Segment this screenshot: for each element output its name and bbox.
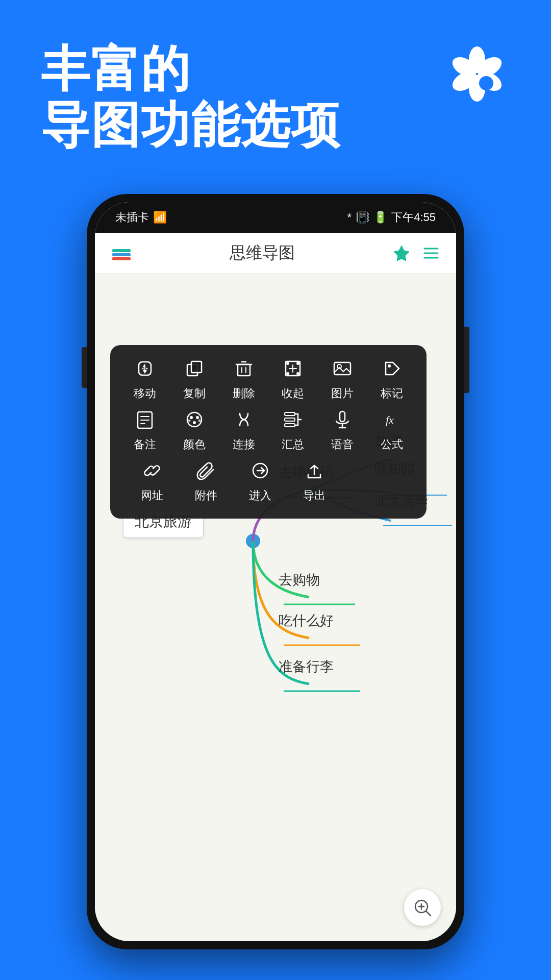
status-left: 未插卡 📶 bbox=[115, 210, 167, 225]
menu-item-collapse[interactable]: 收起 bbox=[270, 355, 315, 401]
time-text: 下午4:55 bbox=[391, 210, 436, 225]
summary-icon bbox=[280, 406, 306, 433]
hero-section: 丰富的 导图功能选项 bbox=[0, 0, 551, 225]
menu-item-tag[interactable]: 标记 bbox=[369, 355, 414, 401]
menu-row-2: 备注 bbox=[120, 406, 416, 452]
pin-icon[interactable] bbox=[392, 243, 411, 263]
export-label: 导出 bbox=[303, 488, 325, 503]
menu-item-move[interactable]: 移动 bbox=[122, 355, 167, 401]
node-luggage[interactable]: 准备行李 bbox=[279, 657, 334, 676]
node-food[interactable]: 吃什么好 bbox=[279, 611, 334, 630]
voice-label: 语音 bbox=[331, 437, 354, 452]
flower-logo bbox=[444, 41, 510, 107]
voice-icon bbox=[329, 406, 356, 433]
menu-item-voice[interactable]: 语音 bbox=[320, 406, 365, 452]
app-header: 思维导图 bbox=[95, 233, 456, 274]
svg-point-47 bbox=[193, 421, 196, 424]
menu-row-1: 移动 复制 bbox=[120, 355, 416, 401]
delete-icon bbox=[231, 355, 257, 382]
svg-point-36 bbox=[296, 372, 299, 375]
tag-icon bbox=[379, 355, 405, 382]
menu-item-attachment[interactable]: 附件 bbox=[184, 457, 229, 503]
svg-point-21 bbox=[142, 368, 144, 370]
phone-outer: 未插卡 📶 * 📳 🔋 下午4:55 思维导图 bbox=[87, 194, 464, 949]
svg-rect-9 bbox=[112, 257, 131, 260]
url-icon bbox=[139, 457, 165, 484]
svg-text:fx: fx bbox=[386, 413, 394, 426]
connect-icon bbox=[231, 406, 257, 433]
svg-point-22 bbox=[146, 368, 148, 370]
menu-item-copy[interactable]: 复制 bbox=[172, 355, 217, 401]
menu-item-color[interactable]: 颜色 bbox=[172, 406, 217, 452]
summary-label: 汇总 bbox=[282, 437, 304, 452]
connect-label: 连接 bbox=[233, 437, 255, 452]
collapse-icon bbox=[280, 355, 306, 382]
svg-point-46 bbox=[196, 416, 199, 419]
export-icon bbox=[301, 457, 328, 484]
menu-item-note[interactable]: 备注 bbox=[122, 406, 167, 452]
attachment-icon bbox=[193, 457, 219, 484]
note-label: 备注 bbox=[134, 437, 156, 452]
menu-row-3: 网址 附件 bbox=[120, 457, 416, 503]
node-luggage-text: 准备行李 bbox=[279, 659, 334, 674]
node-shopping-text: 去购物 bbox=[279, 572, 320, 587]
formula-label: 公式 bbox=[381, 437, 403, 452]
menu-item-export[interactable]: 导出 bbox=[292, 457, 337, 503]
tag-label: 标记 bbox=[381, 386, 403, 401]
context-menu: 移动 复制 bbox=[110, 345, 427, 519]
move-icon bbox=[132, 355, 158, 382]
battery-icon: 🔋 bbox=[373, 211, 387, 224]
formula-icon: fx bbox=[379, 406, 405, 433]
wifi-icon: 📶 bbox=[153, 211, 167, 224]
svg-point-45 bbox=[190, 416, 193, 419]
carrier-text: 未插卡 bbox=[115, 210, 149, 225]
svg-rect-24 bbox=[191, 361, 202, 373]
svg-point-34 bbox=[296, 362, 299, 365]
menu-item-formula[interactable]: fx 公式 bbox=[369, 406, 414, 452]
layers-icon[interactable] bbox=[110, 242, 133, 264]
svg-point-6 bbox=[479, 76, 493, 90]
image-icon bbox=[329, 355, 356, 382]
phone-inner: 未插卡 📶 * 📳 🔋 下午4:55 思维导图 bbox=[95, 202, 456, 941]
headline-line2: 导图功能选项 bbox=[41, 97, 341, 152]
url-label: 网址 bbox=[141, 488, 163, 503]
menu-item-image[interactable]: 图片 bbox=[320, 355, 365, 401]
status-bar: 未插卡 📶 * 📳 🔋 下午4:55 bbox=[95, 202, 456, 233]
svg-rect-52 bbox=[285, 424, 295, 427]
svg-point-39 bbox=[388, 364, 391, 368]
color-label: 颜色 bbox=[183, 437, 206, 452]
svg-rect-8 bbox=[112, 253, 131, 256]
svg-point-49 bbox=[198, 420, 201, 422]
color-icon bbox=[181, 406, 208, 433]
menu-icon[interactable] bbox=[421, 243, 441, 263]
node-food-text: 吃什么好 bbox=[279, 613, 334, 628]
menu-item-connect[interactable]: 连接 bbox=[221, 406, 266, 452]
menu-item-delete[interactable]: 删除 bbox=[221, 355, 266, 401]
delete-label: 删除 bbox=[233, 386, 255, 401]
node-shopping[interactable]: 去购物 bbox=[279, 571, 320, 589]
image-label: 图片 bbox=[331, 386, 354, 401]
svg-rect-7 bbox=[112, 249, 131, 252]
headline: 丰富的 导图功能选项 bbox=[41, 41, 510, 154]
header-icons bbox=[392, 243, 441, 263]
svg-rect-54 bbox=[340, 411, 345, 422]
enter-label: 进入 bbox=[249, 488, 271, 503]
move-label: 移动 bbox=[134, 386, 156, 401]
signal-icon: 📳 bbox=[356, 211, 369, 224]
app-title: 思维导图 bbox=[230, 242, 295, 264]
svg-point-35 bbox=[286, 372, 289, 375]
zoom-button[interactable] bbox=[404, 889, 441, 926]
phone-mockup: 未插卡 📶 * 📳 🔋 下午4:55 思维导图 bbox=[87, 194, 464, 949]
menu-item-url[interactable]: 网址 bbox=[130, 457, 174, 503]
headline-line1: 丰富的 bbox=[41, 41, 191, 96]
menu-item-summary[interactable]: 汇总 bbox=[270, 406, 315, 452]
svg-rect-25 bbox=[238, 364, 250, 376]
svg-rect-37 bbox=[334, 362, 350, 375]
svg-rect-51 bbox=[285, 418, 295, 421]
mindmap-area[interactable]: 北京旅游 去哪里玩 故宫 颐和园 北大清华 bbox=[95, 274, 456, 941]
svg-point-33 bbox=[286, 362, 289, 365]
status-right: * 📳 🔋 下午4:55 bbox=[347, 210, 436, 225]
menu-item-enter[interactable]: 进入 bbox=[238, 457, 283, 503]
enter-icon bbox=[247, 457, 273, 484]
copy-icon bbox=[181, 355, 208, 382]
